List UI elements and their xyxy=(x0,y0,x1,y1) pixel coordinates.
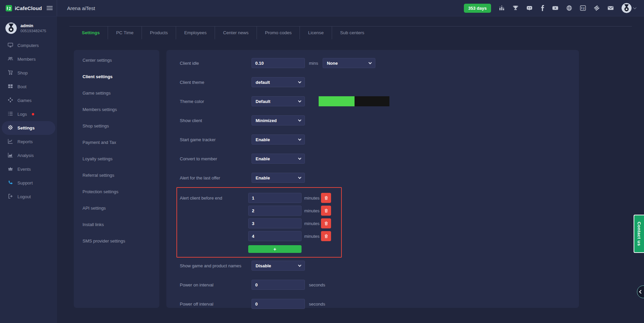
subnav-loyalty-settings[interactable]: Loyalty settings xyxy=(74,151,159,167)
trophy-icon[interactable] xyxy=(513,5,519,11)
facebook-icon[interactable] xyxy=(540,5,544,11)
logs-alert-dot xyxy=(32,113,34,115)
show-client-label: Show client xyxy=(180,118,252,123)
client-theme-select[interactable]: default xyxy=(252,77,305,87)
delete-minute-button-1[interactable] xyxy=(321,193,331,203)
convert-to-member-select[interactable]: Enable xyxy=(252,154,305,164)
settings-content: Center settings Client settings Game set… xyxy=(74,50,579,308)
sidebar-item-computers[interactable]: Computers xyxy=(0,39,57,52)
discord-icon[interactable] xyxy=(526,5,533,11)
sidebar-item-events[interactable]: Events xyxy=(0,162,57,176)
tab-sub-centers[interactable]: Sub centers xyxy=(332,26,372,39)
menu-icon[interactable] xyxy=(47,6,53,10)
sidebar-item-reports[interactable]: Reports xyxy=(0,135,57,149)
theme-color-row: Theme color Default xyxy=(180,96,579,106)
sidebar-user[interactable]: admin 005193482475 xyxy=(0,16,57,38)
power-on-interval-row: Power on interval seconds xyxy=(180,280,579,290)
icafecloud-app: 2 iCafeCloud Arena aiTest 353 days xyxy=(0,0,644,323)
client-idle-suffix: mins xyxy=(309,61,318,66)
subnav-install-links[interactable]: Install links xyxy=(74,216,159,233)
gear-icon xyxy=(8,125,13,131)
tab-products[interactable]: Products xyxy=(142,26,176,39)
power-off-interval-input[interactable] xyxy=(252,299,305,309)
add-minute-button[interactable]: + xyxy=(248,245,302,253)
alert-minute-input-2[interactable] xyxy=(248,206,302,216)
alert-minute-input-1[interactable] xyxy=(248,193,302,203)
globe-icon[interactable] xyxy=(566,5,572,11)
power-on-interval-input[interactable] xyxy=(252,280,305,290)
black-color-swatch[interactable] xyxy=(355,96,389,106)
mail-icon[interactable] xyxy=(607,5,614,11)
subnav-api-settings[interactable]: API settings xyxy=(74,200,159,216)
client-idle-label: Client idle xyxy=(180,61,252,66)
user-menu[interactable] xyxy=(622,3,636,13)
sidebar-item-shop[interactable]: Shop xyxy=(0,66,57,80)
delete-minute-button-2[interactable] xyxy=(321,206,331,216)
subnav-game-settings[interactable]: Game settings xyxy=(74,85,159,101)
delete-minute-button-4[interactable] xyxy=(321,231,331,241)
theme-color-label: Theme color xyxy=(180,99,252,104)
alert-last-offer-select[interactable]: Enable xyxy=(252,173,305,183)
license-days-badge[interactable]: 353 days xyxy=(464,4,491,13)
start-game-tracker-select[interactable]: Enable xyxy=(252,134,305,145)
chevron-down-icon xyxy=(298,137,302,141)
power-off-interval-row: Power off interval seconds xyxy=(180,299,579,309)
start-game-tracker-label: Start game tracker xyxy=(180,137,252,142)
client-idle-row: Client idle mins None xyxy=(180,58,579,68)
layers-icon[interactable] xyxy=(594,5,600,11)
chevron-down-icon xyxy=(369,61,372,64)
subnav-protection-settings[interactable]: Protection settings xyxy=(74,183,159,200)
settings-subnav: Center settings Client settings Game set… xyxy=(74,50,159,308)
subnav-client-settings[interactable]: Client settings xyxy=(74,68,159,85)
alert-last-offer-label: Alert for the last offer xyxy=(180,175,252,180)
client-theme-label: Client theme xyxy=(180,80,252,85)
sidebar-item-games[interactable]: Games xyxy=(0,94,57,107)
platinum-medal-avatar xyxy=(622,3,632,13)
alert-minute-input-3[interactable] xyxy=(248,218,302,228)
subnav-payment-and-tax[interactable]: Payment and Tax xyxy=(74,134,159,151)
chevron-down-icon xyxy=(298,80,302,83)
delete-minute-button-3[interactable] xyxy=(321,218,331,228)
subnav-referral-settings[interactable]: Referral settings xyxy=(74,167,159,183)
list-icon xyxy=(8,111,13,117)
sidebar-item-settings[interactable]: Settings xyxy=(2,121,55,135)
green-color-swatch[interactable] xyxy=(319,96,355,106)
sidebar-item-analysis[interactable]: Analysis xyxy=(0,149,57,162)
svg-text:2: 2 xyxy=(9,6,11,11)
client-idle-input[interactable] xyxy=(252,58,305,68)
sidebar: admin 005193482475 Computers Members Sho… xyxy=(0,16,57,323)
tab-pc-time[interactable]: PC Time xyxy=(108,26,142,39)
tab-settings[interactable]: Settings xyxy=(74,26,108,39)
subnav-members-settings[interactable]: Members settings xyxy=(74,101,159,118)
ranking-podium-icon[interactable] xyxy=(499,5,505,11)
theme-color-select[interactable]: Default xyxy=(252,96,305,106)
sidebar-item-logout[interactable]: Logout xyxy=(0,190,57,204)
tab-center-news[interactable]: Center news xyxy=(215,26,257,39)
icafecloud-mini-icon[interactable]: 2 xyxy=(580,5,586,11)
sidebar-item-support[interactable]: Support xyxy=(0,176,57,190)
tab-promo-codes[interactable]: Promo codes xyxy=(257,26,300,39)
show-game-product-names-select[interactable]: Disable xyxy=(252,261,305,271)
tab-license[interactable]: License xyxy=(300,26,332,39)
subnav-sms-provider-settings[interactable]: SMS provider settings xyxy=(74,233,159,249)
chevron-down-icon xyxy=(298,156,302,160)
show-client-select[interactable]: Minimized xyxy=(252,115,305,125)
contact-us-tab[interactable]: Contact us xyxy=(634,215,644,253)
subnav-shop-settings[interactable]: Shop settings xyxy=(74,118,159,134)
client-idle-action-select[interactable]: None xyxy=(323,58,375,68)
alert-minute-row: Alert client before end minutes xyxy=(180,193,341,203)
subnav-center-settings[interactable]: Center settings xyxy=(74,52,159,68)
sidebar-item-logs[interactable]: Logs xyxy=(0,107,57,121)
chevron-down-icon xyxy=(298,118,302,121)
alert-minute-input-4[interactable] xyxy=(248,231,302,241)
start-game-tracker-row: Start game tracker Enable xyxy=(180,134,579,145)
youtube-icon[interactable] xyxy=(552,5,558,11)
members-icon xyxy=(8,56,13,62)
theme-color-preview xyxy=(319,96,389,106)
tab-employees[interactable]: Employees xyxy=(176,26,215,39)
chevron-left-icon xyxy=(639,290,643,293)
sidebar-nav: Computers Members Shop Boot Games Logs xyxy=(0,39,57,204)
sidebar-item-boot[interactable]: Boot xyxy=(0,80,57,94)
sidebar-item-members[interactable]: Members xyxy=(0,52,57,66)
user-name: admin xyxy=(20,23,46,29)
